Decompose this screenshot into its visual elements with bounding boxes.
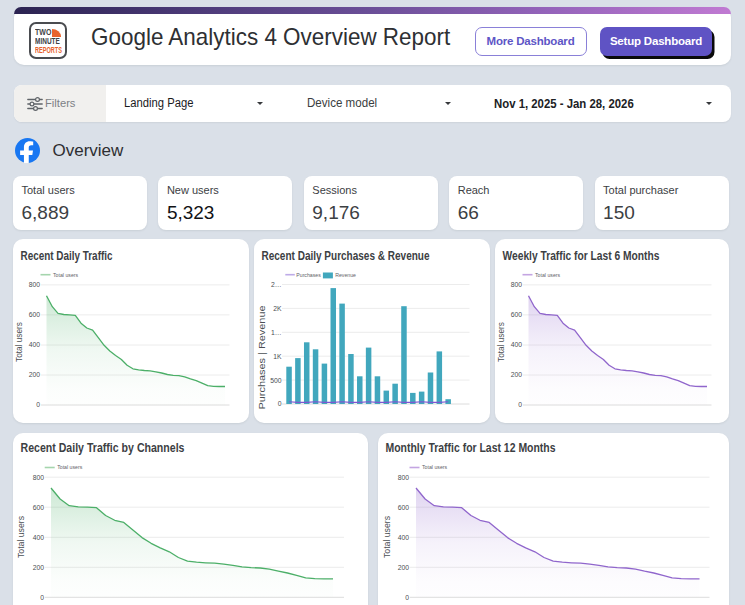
- svg-text:400: 400: [29, 341, 41, 348]
- svg-text:500: 500: [270, 377, 282, 384]
- svg-text:800: 800: [510, 281, 522, 288]
- svg-text:Total users: Total users: [16, 516, 26, 558]
- svg-text:2K: 2K: [273, 305, 282, 312]
- svg-text:Recent Daily Purchases & Reven: Recent Daily Purchases & Revenue: [261, 248, 429, 263]
- svg-text:Total users: Total users: [382, 516, 392, 558]
- svg-text:200: 200: [397, 564, 409, 571]
- svg-text:0: 0: [40, 594, 44, 601]
- svg-text:200: 200: [29, 371, 41, 378]
- svg-text:Recent Daily Traffic: Recent Daily Traffic: [21, 248, 113, 263]
- svg-text:Total users: Total users: [495, 322, 505, 362]
- svg-text:2…: 2…: [270, 281, 281, 288]
- svg-text:Total users: Total users: [57, 464, 82, 470]
- svg-text:Total users: Total users: [53, 272, 78, 278]
- svg-text:Purchases: Purchases: [296, 272, 321, 278]
- svg-text:0: 0: [36, 401, 40, 408]
- svg-text:200: 200: [510, 371, 522, 378]
- svg-text:0: 0: [405, 594, 409, 601]
- svg-text:600: 600: [397, 504, 409, 511]
- svg-text:800: 800: [33, 474, 45, 481]
- svg-text:400: 400: [397, 534, 409, 541]
- svg-text:Total users: Total users: [14, 322, 24, 362]
- svg-text:800: 800: [29, 281, 41, 288]
- svg-text:Total users: Total users: [422, 464, 447, 470]
- svg-text:0: 0: [518, 401, 522, 408]
- svg-text:800: 800: [397, 474, 409, 481]
- svg-text:600: 600: [29, 311, 41, 318]
- svg-text:600: 600: [510, 311, 522, 318]
- svg-text:600: 600: [33, 504, 45, 511]
- svg-text:200: 200: [33, 564, 45, 571]
- svg-text:1…: 1…: [270, 329, 281, 336]
- svg-text:Total users: Total users: [535, 272, 560, 278]
- svg-text:1K: 1K: [273, 353, 282, 360]
- svg-text:Recent Daily Traffic by Channe: Recent Daily Traffic by Channels: [21, 440, 185, 455]
- svg-text:Revenue: Revenue: [335, 272, 356, 278]
- svg-text:400: 400: [510, 341, 522, 348]
- svg-text:Monthly Traffic for Last 12 Mo: Monthly Traffic for Last 12 Months: [385, 440, 555, 455]
- svg-text:Weekly Traffic for Last 6 Mont: Weekly Traffic for Last 6 Months: [502, 248, 659, 263]
- svg-text:0: 0: [277, 400, 281, 407]
- svg-text:Purchases | Revenue: Purchases | Revenue: [256, 306, 267, 410]
- svg-text:400: 400: [33, 534, 45, 541]
